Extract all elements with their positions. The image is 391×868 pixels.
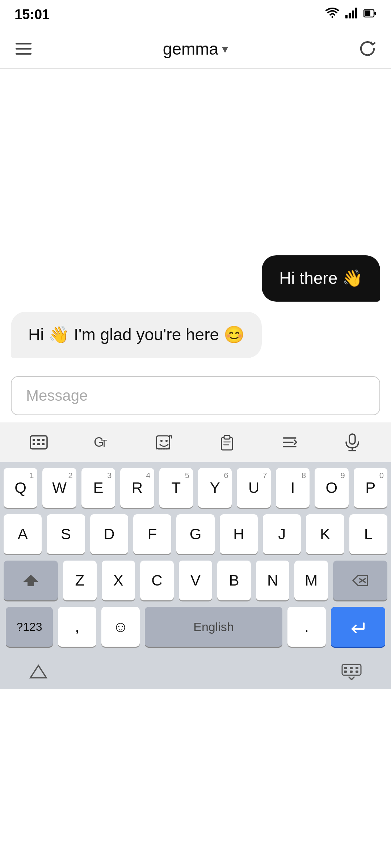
key-s[interactable]: S bbox=[47, 514, 85, 554]
text-direction-button[interactable] bbox=[273, 428, 306, 457]
voice-input-button[interactable] bbox=[336, 428, 369, 457]
svg-rect-34 bbox=[350, 667, 353, 669]
svg-rect-2 bbox=[352, 10, 354, 18]
key-o[interactable]: 9O bbox=[315, 468, 348, 508]
svg-rect-10 bbox=[42, 439, 45, 441]
user-message-bubble: Hi there 👋 bbox=[262, 255, 380, 302]
svg-point-17 bbox=[160, 440, 163, 442]
key-emoji[interactable]: ☺ bbox=[101, 607, 140, 647]
back-button[interactable] bbox=[29, 663, 48, 683]
clipboard-button[interactable] bbox=[211, 428, 243, 457]
key-numbers[interactable]: ?123 bbox=[6, 607, 53, 647]
hamburger-icon bbox=[16, 43, 31, 55]
bottom-nav bbox=[0, 657, 391, 689]
key-i[interactable]: 8I bbox=[276, 468, 310, 508]
svg-rect-6 bbox=[374, 12, 376, 15]
svg-rect-32 bbox=[342, 664, 361, 675]
svg-rect-0 bbox=[345, 15, 348, 18]
model-selector[interactable]: gemma ▾ bbox=[163, 39, 228, 59]
key-g[interactable]: G bbox=[176, 514, 214, 554]
refresh-button[interactable] bbox=[355, 36, 380, 61]
key-k[interactable]: K bbox=[306, 514, 344, 554]
keyboard-toolbar: G T bbox=[0, 422, 391, 462]
model-name: gemma bbox=[163, 39, 218, 59]
svg-point-18 bbox=[165, 440, 168, 442]
key-c[interactable]: C bbox=[140, 561, 174, 600]
svg-rect-33 bbox=[344, 667, 347, 669]
wifi-icon bbox=[325, 8, 340, 21]
svg-rect-8 bbox=[33, 439, 35, 441]
key-v[interactable]: V bbox=[179, 561, 213, 600]
svg-rect-36 bbox=[344, 671, 347, 673]
key-f[interactable]: F bbox=[133, 514, 171, 554]
svg-text:T: T bbox=[101, 438, 107, 449]
svg-rect-3 bbox=[355, 8, 357, 18]
key-e[interactable]: 3E bbox=[81, 468, 115, 508]
key-z[interactable]: Z bbox=[63, 561, 97, 600]
svg-rect-37 bbox=[350, 671, 353, 673]
key-period[interactable]: . bbox=[287, 607, 326, 647]
keyboard-row-2: A S D F G H J K L bbox=[4, 514, 387, 554]
battery-icon bbox=[363, 8, 377, 21]
svg-rect-26 bbox=[349, 434, 355, 444]
svg-rect-12 bbox=[37, 443, 40, 445]
svg-rect-5 bbox=[365, 10, 370, 16]
key-comma[interactable]: , bbox=[58, 607, 96, 647]
keyboard-row-3: Z X C V B N M bbox=[4, 561, 387, 600]
key-r[interactable]: 4R bbox=[120, 468, 154, 508]
top-bar: gemma ▾ bbox=[0, 29, 391, 69]
svg-rect-13 bbox=[42, 443, 45, 445]
signal-icon bbox=[345, 8, 358, 21]
status-time: 15:01 bbox=[14, 7, 50, 22]
status-icons bbox=[325, 8, 377, 21]
keyboard-switcher-button[interactable] bbox=[22, 428, 55, 457]
keyboard-row-1: 1Q 2W 3E 4R 5T 6Y 7U 8I 9O 0P bbox=[4, 468, 387, 508]
key-t[interactable]: 5T bbox=[159, 468, 193, 508]
keyboard: 1Q 2W 3E 4R 5T 6Y 7U 8I 9O 0P A S D F G … bbox=[0, 462, 391, 657]
bot-message-bubble: Hi 👋 I'm glad you're here 😊 bbox=[11, 312, 262, 358]
key-m[interactable]: M bbox=[294, 561, 328, 600]
svg-rect-20 bbox=[224, 435, 230, 439]
key-backspace[interactable] bbox=[333, 561, 387, 600]
key-d[interactable]: D bbox=[90, 514, 128, 554]
sticker-button[interactable] bbox=[148, 428, 180, 457]
svg-rect-9 bbox=[37, 439, 40, 441]
key-h[interactable]: H bbox=[220, 514, 258, 554]
message-input-container bbox=[0, 369, 391, 422]
key-j[interactable]: J bbox=[263, 514, 301, 554]
key-p[interactable]: 0P bbox=[354, 468, 387, 508]
key-n[interactable]: N bbox=[256, 561, 290, 600]
translate-button[interactable]: G T bbox=[85, 428, 118, 457]
key-y[interactable]: 6Y bbox=[198, 468, 232, 508]
key-b[interactable]: B bbox=[217, 561, 251, 600]
svg-rect-7 bbox=[30, 436, 47, 449]
chat-area: Hi there 👋 Hi 👋 I'm glad you're here 😊 bbox=[0, 69, 391, 369]
keyboard-row-4: ?123 , ☺ English . bbox=[4, 607, 387, 647]
chevron-down-icon: ▾ bbox=[222, 42, 228, 56]
svg-marker-29 bbox=[23, 575, 38, 586]
status-bar: 15:01 bbox=[0, 0, 391, 29]
svg-rect-16 bbox=[156, 436, 169, 449]
svg-rect-1 bbox=[349, 13, 351, 18]
svg-rect-11 bbox=[33, 443, 35, 445]
key-space[interactable]: English bbox=[145, 607, 282, 647]
key-l[interactable]: L bbox=[349, 514, 387, 554]
key-u[interactable]: 7U bbox=[237, 468, 270, 508]
key-a[interactable]: A bbox=[4, 514, 42, 554]
key-w[interactable]: 2W bbox=[42, 468, 76, 508]
svg-rect-38 bbox=[356, 671, 358, 673]
keyboard-hide-button[interactable] bbox=[341, 663, 362, 683]
key-x[interactable]: X bbox=[102, 561, 135, 600]
key-enter[interactable] bbox=[331, 607, 385, 647]
key-shift[interactable] bbox=[4, 561, 58, 600]
message-input[interactable] bbox=[11, 376, 380, 415]
menu-button[interactable] bbox=[11, 36, 36, 61]
svg-rect-35 bbox=[356, 667, 358, 669]
key-q[interactable]: 1Q bbox=[4, 468, 37, 508]
